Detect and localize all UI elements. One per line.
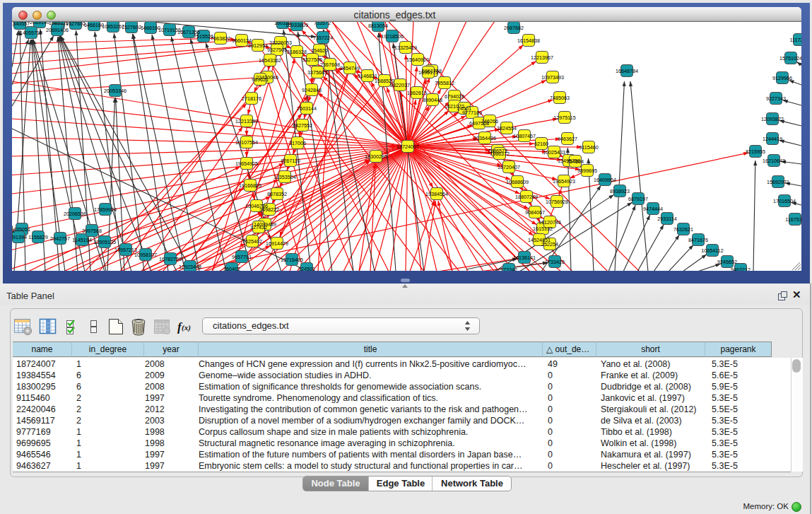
svg-text:8938923: 8938923 (610, 188, 630, 194)
svg-text:960402: 960402 (223, 266, 240, 271)
svg-text:9129966: 9129966 (772, 75, 792, 81)
svg-text:3498222: 3498222 (259, 206, 279, 213)
svg-text:7632621: 7632621 (673, 226, 693, 233)
svg-text:13325419: 13325419 (394, 45, 417, 51)
svg-text:16120746: 16120746 (539, 219, 561, 226)
svg-text:18724007: 18724007 (396, 144, 419, 150)
svg-text:19654925: 19654925 (235, 160, 258, 167)
svg-text:7485063: 7485063 (550, 95, 570, 101)
svg-text:3824554: 3824554 (497, 125, 517, 132)
svg-text:10958107: 10958107 (134, 252, 157, 258)
svg-text:8813054: 8813054 (368, 23, 388, 29)
svg-text:12093872: 12093872 (761, 116, 784, 122)
svg-text:20364436: 20364436 (473, 135, 496, 141)
svg-text:16409954: 16409954 (594, 177, 616, 183)
svg-text:10688609: 10688609 (506, 179, 529, 185)
svg-text:6466160: 6466160 (141, 25, 160, 31)
svg-text:754604: 754604 (567, 158, 584, 165)
svg-text:23226053: 23226053 (269, 40, 292, 46)
svg-text:16033809: 16033809 (286, 22, 308, 28)
svg-text:173342: 173342 (500, 267, 517, 271)
svg-text:8878352: 8878352 (267, 191, 287, 197)
svg-text:7955812: 7955812 (435, 80, 454, 86)
svg-text:2942757: 2942757 (50, 235, 70, 242)
svg-text:16543362: 16543362 (259, 57, 281, 64)
svg-text:2069140: 2069140 (30, 22, 49, 25)
svg-text:8990448: 8990448 (423, 97, 442, 103)
svg-text:12975115: 12975115 (553, 115, 575, 121)
svg-text:10973493: 10973493 (541, 74, 564, 81)
svg-text:12923448: 12923448 (179, 264, 201, 270)
svg-text:19218506: 19218506 (381, 33, 404, 40)
svg-text:6794028: 6794028 (445, 93, 464, 100)
svg-text:9327506: 9327506 (302, 57, 322, 63)
svg-text:14136141: 14136141 (513, 255, 536, 261)
svg-text:20053346: 20053346 (104, 88, 126, 94)
svg-text:3375685: 3375685 (307, 69, 327, 76)
svg-text:154620: 154620 (311, 47, 328, 54)
svg-text:3997588: 3997588 (82, 228, 102, 234)
svg-text:10654112: 10654112 (701, 247, 723, 254)
svg-text:1696175: 1696175 (418, 69, 438, 76)
svg-text:1615132: 1615132 (533, 226, 553, 232)
svg-text:9242848: 9242848 (302, 87, 322, 93)
svg-text:8471676: 8471676 (688, 237, 708, 243)
svg-text:16210643: 16210643 (763, 158, 785, 164)
svg-text:10807467: 10807467 (513, 133, 536, 139)
svg-text:989621: 989621 (252, 76, 269, 83)
svg-text:1117243: 1117243 (790, 37, 801, 43)
svg-text:7357224: 7357224 (313, 35, 333, 41)
svg-text:18807249: 18807249 (515, 194, 538, 200)
svg-text:9657791: 9657791 (232, 254, 252, 260)
svg-text:2367608: 2367608 (320, 62, 340, 68)
svg-text:1527602: 1527602 (122, 24, 141, 30)
svg-text:1362615: 1362615 (407, 90, 427, 96)
svg-text:1733426: 1733426 (545, 259, 565, 265)
svg-text:9115460: 9115460 (579, 144, 598, 151)
svg-text:8322037: 8322037 (390, 82, 410, 88)
svg-text:746266: 746266 (481, 118, 498, 124)
svg-text:8267110: 8267110 (281, 158, 300, 164)
svg-text:17859924: 17859924 (94, 206, 117, 213)
svg-text:12213967: 12213967 (531, 54, 553, 61)
svg-text:733572: 733572 (314, 22, 331, 26)
svg-text:9899695: 9899695 (577, 168, 597, 174)
svg-text:10756928: 10756928 (546, 199, 568, 205)
svg-text:9327505: 9327505 (267, 47, 287, 53)
svg-text:6466160: 6466160 (84, 22, 104, 28)
svg-text:19166825: 19166825 (239, 182, 261, 189)
svg-text:1340557: 1340557 (12, 22, 30, 27)
svg-text:16154838: 16154838 (517, 37, 540, 44)
svg-text:252254: 252254 (541, 241, 558, 247)
svg-text:10025433: 10025433 (543, 149, 565, 156)
svg-text:9777169: 9777169 (462, 110, 482, 116)
svg-text:(x): (x) (182, 323, 191, 332)
svg-text:1145194: 1145194 (72, 237, 91, 243)
svg-text:9245652: 9245652 (717, 259, 737, 265)
svg-text:18300295: 18300295 (365, 153, 387, 160)
svg-text:2603144: 2603144 (297, 105, 317, 112)
svg-text:20206536: 20206536 (64, 211, 86, 217)
svg-text:11353504: 11353504 (273, 174, 295, 180)
svg-text:1156829: 1156829 (28, 234, 47, 240)
svg-text:9474444: 9474444 (643, 206, 663, 212)
svg-text:7663822: 7663822 (211, 35, 230, 42)
svg-text:9084067: 9084067 (525, 209, 545, 216)
svg-text:127432: 127432 (250, 224, 267, 230)
svg-text:2087682: 2087682 (504, 25, 524, 31)
svg-text:1167533: 1167533 (785, 216, 801, 223)
svg-text:15692971: 15692971 (767, 179, 789, 185)
svg-text:10107554: 10107554 (235, 139, 258, 146)
svg-text:9463212: 9463212 (731, 267, 751, 271)
svg-text:19654923: 19654923 (553, 178, 575, 185)
svg-text:12505135: 12505135 (93, 239, 116, 245)
svg-text:15751024: 15751024 (779, 55, 801, 62)
svg-text:2933114: 2933114 (657, 216, 676, 222)
svg-text:7986372: 7986372 (490, 151, 510, 157)
svg-text:8215955: 8215955 (746, 148, 765, 155)
svg-text:2718176: 2718176 (242, 95, 261, 102)
svg-text:8454749: 8454749 (340, 65, 360, 71)
svg-text:9463627: 9463627 (558, 136, 577, 142)
svg-text:15716485: 15716485 (281, 257, 303, 263)
svg-text:1527602: 1527602 (66, 22, 86, 27)
